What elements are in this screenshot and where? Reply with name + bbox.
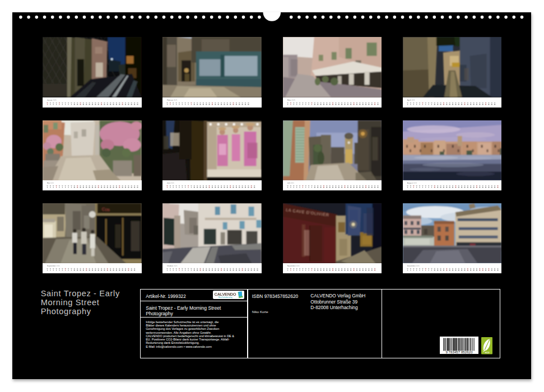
svg-text:Oktober 2025: Oktober 2025: [167, 265, 178, 267]
svg-text:Juli 2025: Juli 2025: [287, 182, 294, 184]
svg-text:März 2025: März 2025: [287, 99, 295, 101]
svg-text:Cos: Cos: [102, 207, 110, 212]
svg-text:9 783457 852620: 9 783457 852620: [445, 350, 473, 354]
svg-text:August 2025: August 2025: [407, 182, 417, 184]
svg-text:September 2025: September 2025: [47, 265, 61, 267]
svg-text:Dezember 2025: Dezember 2025: [407, 265, 420, 267]
svg-text:eco: eco: [485, 351, 489, 354]
svg-text:Mein Kalenderverlag: Mein Kalenderverlag: [218, 296, 233, 298]
svg-text:CALVENDO: CALVENDO: [214, 292, 236, 297]
svg-text:Januar 2025: Januar 2025: [47, 99, 57, 101]
svg-text:Februar 2025: Februar 2025: [167, 99, 178, 101]
svg-text:Mai 2025: Mai 2025: [47, 182, 54, 184]
svg-text:April 2025: April 2025: [407, 99, 415, 101]
svg-text:November 2025: November 2025: [287, 265, 300, 267]
svg-text:Juni 2025: Juni 2025: [167, 182, 175, 184]
